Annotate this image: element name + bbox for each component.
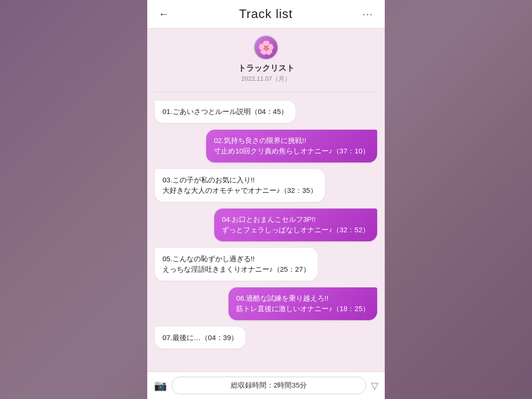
send-icon[interactable]: ▽: [371, 380, 378, 391]
camera-icon[interactable]: 📷: [154, 380, 167, 392]
list-item: 01.ごあいさつとルール説明（04：45）: [155, 101, 295, 123]
avatar: 🌸: [254, 35, 278, 60]
list-item: 03.この子が私のお気に入り!! 大好きな大人のオモチャでオナニー♪（32：35…: [155, 169, 325, 202]
messages-list: 01.ごあいさつとルール説明（04：45） 02.気持ち良さの限界に挑戦!! 寸…: [147, 96, 385, 371]
back-button[interactable]: ←: [155, 6, 173, 22]
page-title: Track list: [173, 7, 359, 21]
list-item: 07.最後に…（04：39）: [155, 327, 246, 349]
channel-name: トラックリスト: [238, 63, 294, 74]
divider: [155, 92, 377, 92]
list-item: 02.気持ち良さの限界に挑戦!! 寸止め10回クリ責め焦らしオナニー♪（37：1…: [206, 130, 377, 162]
channel-header: 🌸 トラックリスト 2022.11.07（月）: [147, 28, 385, 88]
phone-container: ← Track list ··· 🌸 トラックリスト 2022.11.07（月）…: [147, 0, 385, 399]
more-button[interactable]: ···: [359, 7, 377, 21]
bottom-bar: 📷 総収録時間：2時間35分 ▽: [147, 371, 385, 399]
avatar-image: 🌸: [258, 40, 275, 56]
list-item: 04.お口とおまんこセルフ3P!! ずっとフェラしっぱなしオナニー♪（32：52…: [214, 209, 377, 241]
message-input[interactable]: 総収録時間：2時間35分: [171, 377, 366, 394]
header: ← Track list ···: [147, 0, 385, 28]
list-item: 06.過酷な試練を乗り越えろ!! 筋トレ直後に激しいオナニー♪（18：25）: [228, 287, 377, 320]
list-item: 05.こんなの恥ずかし過ぎる!! えっちな淫語吐きまくりオナニー♪（25：27）: [155, 248, 318, 281]
channel-date: 2022.11.07（月）: [241, 75, 291, 83]
